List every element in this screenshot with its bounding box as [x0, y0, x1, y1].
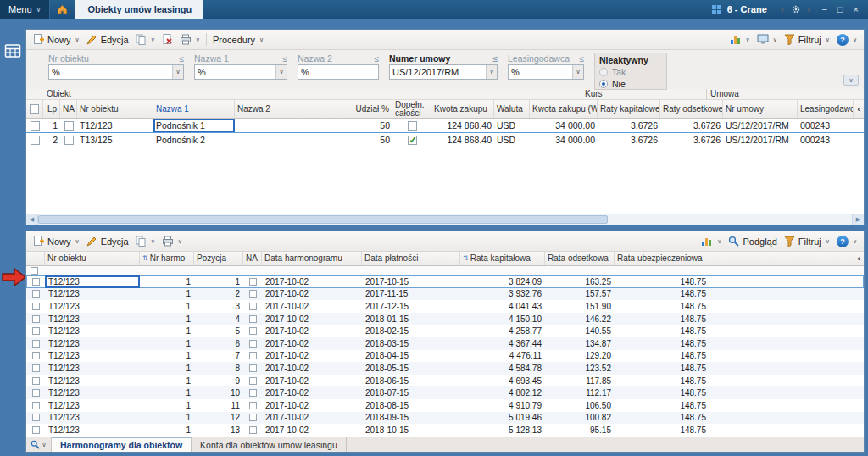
grid-cell[interactable]: T12/123 — [45, 412, 140, 425]
preview-button[interactable]: Podgląd — [725, 234, 780, 248]
grid-cell[interactable]: 4 — [194, 313, 243, 325]
grid-cell[interactable] — [235, 133, 353, 147]
checkbox[interactable] — [32, 315, 40, 323]
grid-cell[interactable]: T12/123 — [45, 399, 140, 412]
grid-cell[interactable]: 9 — [194, 375, 243, 387]
grid-cell[interactable]: 134.87 — [545, 337, 615, 350]
checkbox[interactable] — [32, 327, 40, 335]
grid-cell[interactable] — [60, 133, 77, 147]
scrollbar-thumb[interactable] — [38, 215, 608, 224]
filter-button[interactable]: Filtruj ∨ — [781, 234, 833, 248]
checkbox[interactable] — [32, 352, 40, 359]
grid-cell[interactable] — [243, 375, 262, 387]
grid-cell[interactable]: 50 — [353, 119, 392, 132]
edit-button[interactable]: Edycja — [83, 234, 132, 248]
checkbox[interactable] — [249, 426, 257, 434]
grid-cell[interactable]: 2017-10-02 — [262, 386, 362, 399]
chart-button[interactable]: ∨ — [726, 32, 754, 47]
radio-nie[interactable]: Nie — [599, 78, 662, 90]
grid-cell[interactable] — [392, 119, 431, 132]
grid-cell[interactable]: 12 — [194, 412, 243, 425]
checkbox[interactable] — [249, 278, 257, 286]
grid-cell[interactable]: 112.17 — [545, 386, 615, 399]
grid-cell[interactable]: 7 — [194, 350, 243, 363]
grid-cell[interactable] — [26, 300, 45, 313]
grid-cell[interactable]: 4 258.77 — [460, 325, 545, 337]
grid-cell[interactable]: 2017-10-02 — [262, 300, 362, 313]
schedule-row[interactable]: T12/123162017-10-022018-03-154 367.44134… — [26, 337, 864, 350]
grid-cell[interactable] — [26, 375, 45, 387]
schedule-row[interactable]: T12/123152017-10-022018-02-154 258.77140… — [26, 325, 864, 337]
col-rata-ubezpieczeniowa[interactable]: Rata ubezpieczeniowa — [615, 252, 709, 265]
grid-cell[interactable]: 95.15 — [545, 424, 615, 437]
filter-op-icon[interactable]: ≤ — [375, 54, 380, 64]
checkbox[interactable] — [32, 340, 40, 348]
grid-cell[interactable]: 2018-10-15 — [362, 424, 460, 437]
grid-cell[interactable]: 1 — [140, 288, 194, 301]
grid-cell[interactable]: 4 041.43 — [460, 300, 545, 313]
tab-harmonogramy[interactable]: Harmonogramy dla obiektów — [52, 437, 192, 452]
checkbox[interactable] — [32, 303, 40, 310]
grid-cell[interactable] — [60, 119, 77, 132]
grid-cell[interactable]: 2018-06-15 — [362, 375, 460, 387]
grid-cell[interactable]: 148.75 — [615, 412, 709, 425]
grid-cell[interactable]: 148.75 — [615, 424, 709, 437]
col-nr-obiektu[interactable]: Nr obiektu — [45, 252, 140, 265]
checkbox[interactable] — [32, 402, 40, 409]
schedule-row[interactable]: T12/1231112017-10-022018-08-154 910.7910… — [26, 399, 864, 412]
filter-input[interactable]: US/12/2017/RM∨ — [389, 64, 498, 80]
grid-cell[interactable] — [26, 386, 45, 399]
grid-cell[interactable] — [243, 386, 262, 399]
grid-cell[interactable]: Podnośnik 2 — [153, 133, 235, 147]
procedures-button[interactable]: Procedury ∨ — [209, 33, 267, 47]
checkbox[interactable] — [32, 414, 40, 421]
combo-arrow-icon[interactable]: ∨ — [572, 65, 583, 79]
grid-cell[interactable] — [26, 412, 45, 425]
grid-cell[interactable]: 140.55 — [545, 325, 615, 337]
grid-cell[interactable]: 1 — [140, 313, 194, 325]
grid-cell[interactable]: 4 693.45 — [460, 375, 545, 387]
help-button[interactable]: ? ∨ — [833, 234, 860, 249]
grid-cell[interactable]: 129.20 — [545, 350, 615, 363]
grid-cell[interactable] — [235, 119, 353, 132]
grid-cell[interactable]: 3 824.09 — [460, 275, 545, 288]
active-module-tab[interactable]: Obiekty umów leasingu — [75, 0, 203, 19]
col-kwota-zakupu-wl[interactable]: Kwota zakupu (WL) — [530, 100, 598, 118]
col-waluta[interactable]: Waluta — [494, 100, 530, 118]
filter-button[interactable]: Filtruj ∨ — [781, 32, 833, 47]
schedule-row[interactable]: T12/123192017-10-022018-06-154 693.45117… — [26, 375, 864, 387]
new-button[interactable]: Nowy ∨ — [30, 32, 83, 47]
select-all-cell[interactable] — [26, 100, 43, 118]
grid-cell[interactable] — [243, 288, 262, 301]
checkbox[interactable] — [32, 377, 40, 385]
checkbox[interactable] — [64, 121, 74, 131]
grid-cell[interactable]: 1 — [140, 337, 194, 350]
schedule-row[interactable]: T12/123172017-10-022018-04-154 476.11129… — [26, 350, 864, 363]
col-data-harmonogramu[interactable]: Data harmonogramu — [262, 252, 362, 265]
grid-cell[interactable] — [243, 300, 262, 313]
grid-cell[interactable]: 1 — [140, 362, 194, 375]
grid-cell[interactable]: 4 910.79 — [460, 399, 545, 412]
panel-collapse-arrow[interactable]: ‹ — [854, 252, 864, 265]
checkbox[interactable] — [249, 414, 257, 421]
col-na[interactable]: NA — [243, 252, 262, 265]
grid-cell[interactable]: 4 476.11 — [460, 350, 545, 363]
panel-collapse-arrow[interactable]: ‹ — [854, 100, 864, 118]
grid-cell[interactable]: 3 — [194, 300, 243, 313]
grid-cell[interactable]: 4 150.10 — [460, 313, 545, 325]
checkbox[interactable] — [408, 121, 417, 131]
grid-cell[interactable]: 1 — [194, 275, 243, 288]
select-all-checkbox[interactable] — [31, 267, 38, 275]
object-row[interactable]: 2T13/125Podnośnik 250124 868.40USD34 000… — [26, 133, 864, 147]
grid-cell[interactable]: 148.75 — [615, 386, 709, 399]
col-rata-odsetkowa[interactable]: Rata odsetkowa — [545, 252, 615, 265]
grid-cell[interactable]: 2017-10-02 — [262, 412, 362, 425]
grid-cell[interactable]: 123.52 — [545, 362, 615, 375]
filter-op-icon[interactable]: ≤ — [493, 54, 498, 64]
grid-cell[interactable]: 3.6726 — [660, 133, 723, 147]
checkbox[interactable] — [249, 352, 257, 359]
checkbox[interactable] — [32, 426, 40, 434]
grid-cell[interactable]: 2017-10-02 — [262, 399, 362, 412]
horizontal-scrollbar[interactable]: ◀ ▶ — [26, 214, 864, 225]
grid-cell[interactable]: 148.75 — [615, 350, 709, 363]
